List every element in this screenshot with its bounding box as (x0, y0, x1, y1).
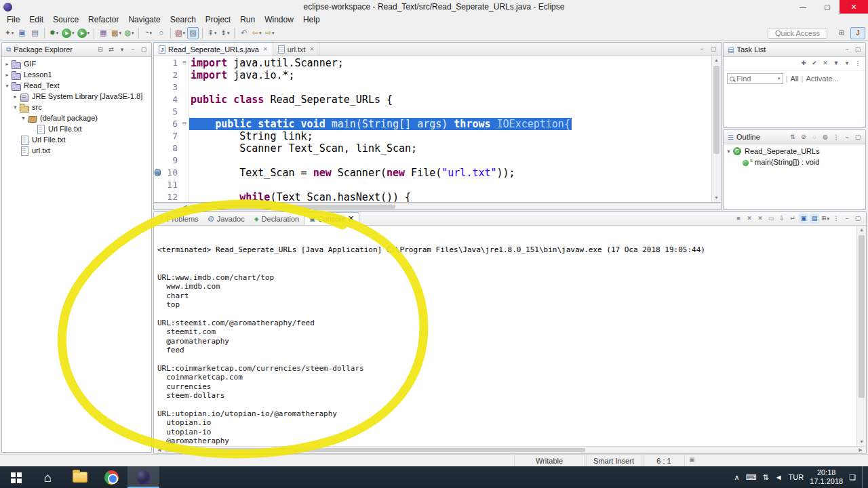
collapse-all-icon[interactable]: ⊟ (96, 45, 105, 55)
minimize-button[interactable]: — (791, 0, 815, 14)
open-perspective-icon[interactable]: ⊞ (834, 27, 849, 39)
home-taskbar-button[interactable]: ⌂ (32, 466, 64, 488)
start-taskbar-button[interactable] (0, 466, 32, 488)
sort-icon[interactable]: ⇅ (788, 132, 797, 142)
tab-javadoc[interactable]: @Javadoc (203, 212, 250, 225)
status-progress-icon[interactable]: ▣ (689, 456, 695, 463)
code-line[interactable]: 7 String link; (154, 130, 711, 142)
view-menu-icon[interactable]: ⋮ (831, 132, 841, 142)
clock[interactable]: 20:18 17.1.2018 (810, 468, 843, 486)
code-line[interactable]: 1⊟import java.util.Scanner; (154, 57, 711, 69)
clear-console-icon[interactable]: ▭ (766, 214, 776, 224)
task-activate-link[interactable]: Activate... (806, 75, 838, 83)
java-perspective-icon[interactable]: J (850, 27, 865, 39)
view-menu-icon[interactable]: ▾ (117, 45, 127, 55)
close-tab-icon[interactable]: ✕ (263, 46, 268, 52)
editor-vertical-scrollbar[interactable]: ▲ ▼ (711, 56, 721, 202)
menu-refactor[interactable]: Refactor (83, 14, 123, 25)
close-tab-icon[interactable]: ✕ (310, 46, 315, 52)
menu-search[interactable]: Search (165, 14, 201, 25)
menu-edit[interactable]: Edit (24, 14, 48, 25)
scroll-right-icon[interactable]: ▶ (856, 447, 865, 453)
package-explorer-item[interactable]: ▾Read_Text (2, 80, 151, 91)
run-icon[interactable]: ▶▾ (61, 27, 75, 39)
package-explorer-item[interactable]: Url File.txt (2, 134, 151, 145)
terminate-icon[interactable]: ■ (734, 214, 743, 224)
view-menu-icon[interactable]: ⋮ (831, 214, 841, 224)
package-explorer-item[interactable]: ▸GIF (2, 58, 151, 69)
console-hscroll-thumb[interactable] (165, 448, 585, 452)
close-tab-icon[interactable]: ✕ (348, 214, 354, 223)
eclipse-taskbar-button[interactable] (127, 466, 159, 488)
view-menu-icon[interactable]: ⋮ (853, 58, 863, 68)
external-tools-icon[interactable]: ▶▾ (77, 27, 91, 39)
editor-hscroll-thumb[interactable] (192, 205, 395, 209)
remove-all-terminated-icon[interactable]: ✕ (755, 214, 765, 224)
code-line[interactable]: 6⊟ public static void main(String[] args… (154, 118, 711, 130)
coverage-icon[interactable]: ▧▾ (174, 27, 186, 39)
minimize-icon[interactable]: − (128, 45, 138, 55)
back-icon[interactable]: ⇦▾ (251, 27, 262, 39)
link-with-editor-icon[interactable]: ⇄ (106, 45, 116, 55)
code-line[interactable]: 10 Text_Scan = new Scanner(new File("url… (154, 167, 711, 179)
scroll-down-icon[interactable]: ▼ (857, 438, 866, 446)
word-wrap-icon[interactable]: ↵ (788, 214, 797, 224)
last-edit-location-icon[interactable]: ↶ (238, 27, 250, 39)
debug-icon[interactable]: ✹▾ (48, 27, 60, 39)
minimize-icon[interactable]: − (697, 44, 707, 54)
code-editor[interactable]: 1⊟import java.util.Scanner;2import java.… (153, 56, 722, 203)
fold-margin[interactable]: ⊟ (180, 118, 189, 130)
volume-icon[interactable]: ◄ (775, 473, 783, 481)
maximize-icon[interactable]: ▢ (853, 214, 863, 224)
code-line[interactable]: 5 (154, 106, 711, 118)
hide-non-public-icon[interactable]: ◍ (821, 132, 830, 142)
find-caret-icon[interactable]: ▾ (778, 76, 781, 81)
editor-scroll-thumb[interactable] (713, 66, 719, 154)
menu-source[interactable]: Source (48, 14, 83, 25)
code-line[interactable]: 4public class Read_Seperate_URLs { (154, 94, 711, 106)
quick-access-button[interactable]: Quick Access (768, 28, 827, 39)
package-explorer-item[interactable]: ▾(default package) (2, 113, 151, 123)
new-task-icon[interactable]: ✚ (799, 58, 808, 68)
scroll-left-icon[interactable]: ◀ (155, 447, 163, 453)
console-scroll-thumb[interactable] (859, 235, 865, 398)
menu-file[interactable]: File (2, 14, 24, 25)
outline-item[interactable]: smain(String[]) : void (724, 157, 865, 167)
menu-navigate[interactable]: Navigate (123, 14, 165, 25)
scroll-up-icon[interactable]: ▲ (712, 56, 721, 64)
touch-keyboard-icon[interactable]: ⌨ (746, 473, 757, 482)
code-line[interactable]: 2import java.io.*; (154, 69, 711, 81)
action-center-icon[interactable]: ❏ (849, 473, 856, 482)
maximize-icon[interactable]: ▢ (139, 45, 149, 55)
package-explorer-item[interactable]: Url File.txt (2, 123, 151, 134)
new-task-icon[interactable]: ◔▾ (142, 27, 154, 39)
previous-annotation-icon[interactable]: ⇞▾ (206, 27, 218, 39)
menu-project[interactable]: Project (201, 14, 235, 25)
scroll-left-icon[interactable]: ◀ (181, 203, 189, 209)
new-java-project-icon[interactable]: ▦ (98, 27, 109, 39)
outline-title-tab[interactable]: ☰ Outline (724, 133, 764, 141)
code-line[interactable]: 11 (154, 179, 711, 191)
tree-collapsed-icon[interactable]: ▸ (3, 61, 11, 67)
maximize-icon[interactable]: ▢ (709, 44, 718, 54)
minimize-icon[interactable]: − (842, 132, 852, 142)
outline-item[interactable]: ▾CRead_Seperate_URLs (724, 146, 865, 157)
mark-occurrences-icon[interactable]: ▨ (187, 27, 199, 39)
close-button[interactable]: ✕ (840, 0, 868, 14)
search-icon[interactable]: ○ (155, 27, 167, 39)
tree-expanded-icon[interactable]: ▾ (12, 104, 19, 110)
new-package-icon[interactable]: ▩▾ (111, 27, 122, 39)
package-explorer-item[interactable]: ▾src (2, 102, 151, 113)
editor-tab[interactable]: JRead_Seperate_URLs.java✕ (154, 42, 273, 56)
language-indicator[interactable]: TUR (789, 473, 804, 481)
complete-task-icon[interactable]: ✔ (810, 58, 819, 68)
display-selected-console-icon[interactable]: ▤ (810, 214, 819, 224)
show-desktop-button[interactable] (862, 466, 865, 488)
tree-collapsed-icon[interactable]: ▸ (12, 94, 19, 100)
maximize-icon[interactable]: ▢ (853, 132, 863, 142)
tree-expanded-icon[interactable]: ▾ (725, 148, 732, 155)
console-vertical-scrollbar[interactable]: ▲ ▼ (856, 226, 866, 446)
tab-declaration[interactable]: ◈Declaration (250, 212, 304, 225)
console-horizontal-scrollbar[interactable]: ◀ ▶ (154, 446, 866, 453)
code-line[interactable]: 8 Scanner Text_Scan, link_Scan; (154, 142, 711, 155)
